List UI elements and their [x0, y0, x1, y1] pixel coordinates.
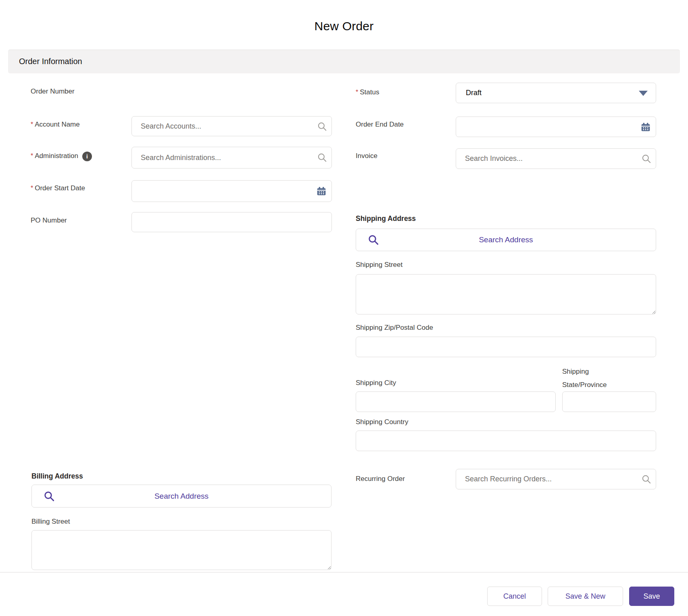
- billing-search-address-button[interactable]: Search Address: [31, 485, 331, 508]
- footer-divider: [0, 572, 688, 572]
- order-end-date-label: Order End Date: [356, 120, 404, 129]
- shipping-search-address-button[interactable]: Search Address: [356, 229, 656, 251]
- search-icon: [367, 234, 379, 246]
- account-name-lookup-input[interactable]: [131, 116, 332, 136]
- shipping-country-input[interactable]: [356, 431, 656, 451]
- search-icon: [43, 490, 55, 502]
- save-button[interactable]: Save: [629, 587, 674, 606]
- chevron-down-icon: [639, 91, 648, 96]
- invoice-lookup-input[interactable]: [456, 148, 656, 169]
- new-order-modal: New Order Order Information Order Number…: [0, 0, 688, 616]
- section-title: Order Information: [8, 50, 680, 73]
- shipping-street-textarea[interactable]: [356, 274, 656, 314]
- billing-street-textarea[interactable]: [31, 530, 331, 570]
- required-asterisk: *: [31, 185, 33, 191]
- section-order-information: Order Information: [8, 50, 680, 73]
- shipping-state-input[interactable]: [562, 391, 656, 412]
- order-start-date-input[interactable]: [131, 180, 332, 202]
- shipping-city-label: Shipping City: [356, 378, 396, 388]
- shipping-address-header: Shipping Address: [356, 214, 416, 223]
- status-label: *Status: [356, 87, 379, 97]
- shipping-state-label: Shipping State/Province: [562, 365, 627, 391]
- order-start-date-label: *Order Start Date: [31, 183, 85, 193]
- administration-label: *Administrationi: [31, 151, 92, 161]
- shipping-zip-label: Shipping Zip/Postal Code: [356, 323, 433, 333]
- billing-address-header: Billing Address: [31, 472, 83, 481]
- po-number-label: PO Number: [31, 216, 67, 225]
- required-asterisk: *: [31, 152, 33, 159]
- administration-lookup-input[interactable]: [131, 147, 332, 169]
- account-name-label: *Account Name: [31, 120, 80, 129]
- cancel-button[interactable]: Cancel: [487, 587, 542, 606]
- info-icon[interactable]: i: [82, 152, 92, 161]
- order-number-label: Order Number: [31, 87, 75, 96]
- recurring-order-lookup-input[interactable]: [456, 469, 656, 489]
- status-selected-value: Draft: [456, 89, 482, 97]
- shipping-street-label: Shipping Street: [356, 260, 402, 270]
- status-select[interactable]: Draft: [456, 83, 656, 103]
- shipping-city-input[interactable]: [356, 391, 556, 412]
- page-title: New Order: [0, 19, 688, 33]
- shipping-zip-input[interactable]: [356, 337, 656, 357]
- billing-street-label: Billing Street: [31, 517, 70, 527]
- required-asterisk: *: [356, 89, 358, 96]
- order-end-date-input[interactable]: [456, 117, 656, 137]
- required-asterisk: *: [31, 121, 33, 128]
- shipping-country-label: Shipping Country: [356, 417, 408, 427]
- recurring-order-label: Recurring Order: [356, 474, 405, 484]
- po-number-input[interactable]: [131, 212, 332, 232]
- invoice-label: Invoice: [356, 151, 377, 161]
- save-and-new-button[interactable]: Save & New: [548, 587, 623, 606]
